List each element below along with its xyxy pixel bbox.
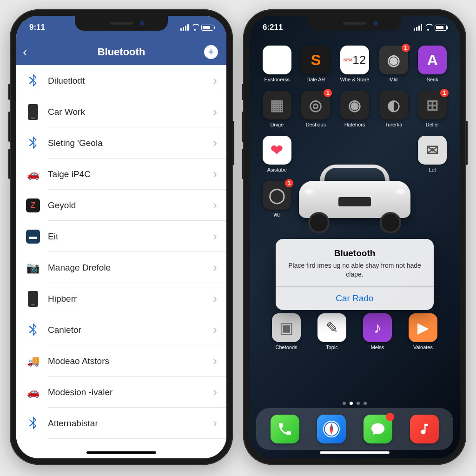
chevron-right-icon: › xyxy=(213,385,217,399)
app[interactable]: ♪Melss xyxy=(359,313,396,350)
app[interactable]: ✉Let xyxy=(415,136,450,172)
device-row[interactable]: 📷Manage Drefole› xyxy=(16,252,226,283)
app[interactable]: ▦Driige xyxy=(260,91,294,127)
device-row[interactable]: Diluetlodt› xyxy=(16,65,226,96)
app[interactable]: ◐Turertia xyxy=(377,91,411,127)
device-row[interactable]: Car Work› xyxy=(16,96,226,127)
dock-app-compass[interactable] xyxy=(317,415,346,443)
phone-left-frame: 9:11 ‹ Bluetooth + Diluetlodt›Car Work›S… xyxy=(10,9,233,465)
alert-message: Place fird irnes ug no able shay from no… xyxy=(284,261,425,279)
app-label: W.l xyxy=(273,212,280,218)
device-row[interactable]: Sleting 'Geola› xyxy=(16,127,226,159)
app[interactable]: ◉Hatehors xyxy=(337,91,372,127)
chevron-right-icon: › xyxy=(213,167,217,181)
app[interactable]: ⊞1Delier xyxy=(415,91,450,127)
device-label: Modesion -ivaler xyxy=(48,387,213,397)
app-icon: ▬ xyxy=(26,229,40,244)
home-indicator[interactable] xyxy=(320,451,390,454)
bluetooth-alert: Bluetooth Place fird irnes ug no able sh… xyxy=(276,239,434,310)
phone-left-screen: 9:11 ‹ Bluetooth + Diluetlodt›Car Work›S… xyxy=(16,16,226,458)
dock-app-music[interactable] xyxy=(410,415,439,443)
app[interactable]: SEM12Whe & Srare xyxy=(337,46,372,82)
add-button[interactable]: + xyxy=(204,45,218,59)
car-widget[interactable] xyxy=(294,160,415,230)
back-button[interactable]: ‹ xyxy=(23,46,27,59)
app-label: Turertia xyxy=(385,122,403,127)
app[interactable]: ✎Topic xyxy=(314,313,350,350)
home-indicator[interactable] xyxy=(86,451,156,454)
device-label: Sleting 'Geola xyxy=(48,138,213,148)
app-label: Asistabe xyxy=(267,167,287,172)
device-row[interactable]: Atternabistar› xyxy=(16,408,226,439)
app[interactable]: ❤Asistabe xyxy=(260,136,294,172)
app[interactable]: ▣Chetoods xyxy=(268,313,304,350)
chevron-right-icon: › xyxy=(213,73,217,88)
badge: 1 xyxy=(285,179,293,187)
device-row[interactable]: ZGeyold› xyxy=(16,190,226,221)
chevron-right-icon: › xyxy=(213,291,217,306)
chevron-right-icon: › xyxy=(213,416,217,430)
bluetooth-icon xyxy=(26,416,40,431)
app-icon: ⊞1 xyxy=(418,91,447,119)
device-label: Taige iP4C xyxy=(48,169,213,179)
app[interactable]: ASenk xyxy=(415,46,450,82)
bluetooth-icon xyxy=(26,73,40,88)
app-label: Mld xyxy=(390,77,398,82)
bluetooth-icon xyxy=(26,323,40,337)
device-label: Car Work xyxy=(48,107,213,117)
phone-device-icon xyxy=(26,105,40,119)
app-label: Delier xyxy=(426,122,439,127)
status-time: 9:11 xyxy=(29,23,45,32)
app-label: Whe & Srare xyxy=(340,77,370,82)
app-icon: ◐ xyxy=(379,91,408,119)
chevron-right-icon: › xyxy=(213,229,217,244)
app-label: Chetoods xyxy=(275,344,297,350)
device-label: Eit xyxy=(48,231,213,242)
app-label: Hatehors xyxy=(344,122,365,127)
device-row[interactable]: 🚚Modeao Atstors› xyxy=(16,345,226,377)
notch xyxy=(75,16,168,31)
status-icons xyxy=(180,24,213,31)
alert-title: Bluetooth xyxy=(284,248,425,258)
app-label: Topic xyxy=(326,344,338,350)
app[interactable]: ✿Eystonerss xyxy=(260,46,294,82)
app[interactable]: SDale AR xyxy=(299,46,333,82)
app-icon: ◉ xyxy=(340,91,369,119)
chevron-right-icon: › xyxy=(213,260,217,275)
badge: 1 xyxy=(402,44,410,52)
device-row[interactable]: 🚗Modesion -ivaler› xyxy=(16,377,226,408)
app[interactable]: ◯1W.l xyxy=(260,181,294,218)
chevron-right-icon: › xyxy=(213,323,217,337)
device-label: Diluetlodt xyxy=(48,76,213,86)
dock-app-msg[interactable] xyxy=(364,415,392,443)
nav-title: Bluetooth xyxy=(98,46,145,58)
device-row[interactable]: Canletor› xyxy=(16,314,226,345)
app-icon: SEM12 xyxy=(340,46,369,74)
app-label: Melss xyxy=(371,344,384,350)
device-row[interactable]: ▬Eit› xyxy=(16,221,226,252)
app[interactable]: ▶Valoates xyxy=(405,313,441,350)
app-icon: A xyxy=(418,46,447,74)
page-dots[interactable] xyxy=(343,402,367,405)
badge: 1 xyxy=(440,89,449,97)
phone-device-icon xyxy=(26,291,40,306)
app[interactable]: ◎1Deshous xyxy=(299,91,333,127)
device-list[interactable]: Diluetlodt›Car Work›Sleting 'Geola›🚗Taig… xyxy=(16,65,226,458)
home-screen[interactable]: 6:211 ✿EystonerssSDale ARSEM12Whe & Srar… xyxy=(250,16,460,458)
battery-icon xyxy=(201,25,213,31)
alert-button-car-rado[interactable]: Car Rado xyxy=(276,286,434,310)
app-icon: ✎ xyxy=(317,313,346,342)
app-label: Driige xyxy=(270,122,284,127)
chevron-right-icon: › xyxy=(213,198,217,212)
status-icons xyxy=(414,24,447,31)
notch xyxy=(308,16,401,31)
device-row[interactable]: 🚗Taige iP4C› xyxy=(16,159,226,190)
battery-icon xyxy=(435,25,447,31)
chevron-right-icon: › xyxy=(213,105,217,119)
dock-app-phone[interactable] xyxy=(271,415,299,443)
app[interactable]: ◉1Mld xyxy=(377,46,411,82)
app-icon: ❤ xyxy=(263,136,291,165)
wifi-icon xyxy=(424,25,432,31)
device-label: Geyold xyxy=(48,200,213,211)
device-row[interactable]: Hipberr› xyxy=(16,283,226,314)
